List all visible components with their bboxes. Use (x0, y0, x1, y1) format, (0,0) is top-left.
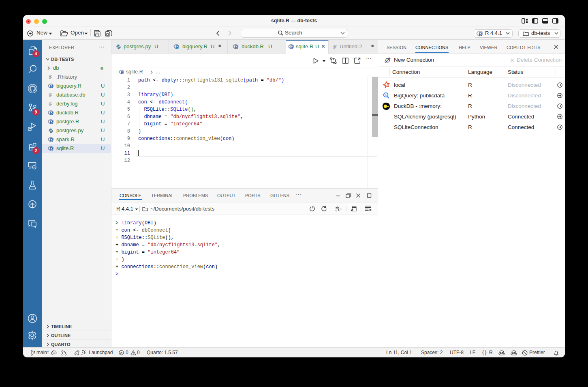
svg-text:R: R (175, 45, 179, 49)
svg-text:R: R (50, 111, 53, 116)
svg-text:R: R (121, 70, 124, 75)
svg-text:R: R (50, 120, 53, 125)
svg-text:R: R (479, 32, 482, 37)
svg-text:R: R (290, 45, 293, 49)
svg-text:R: R (50, 146, 53, 151)
svg-text:><: >< (33, 166, 36, 169)
svg-text:R: R (235, 45, 238, 49)
svg-text:R: R (50, 138, 53, 142)
svg-text:ab: ab (336, 206, 339, 209)
svg-text:R: R (50, 84, 53, 89)
svg-text:c: c (336, 209, 337, 212)
